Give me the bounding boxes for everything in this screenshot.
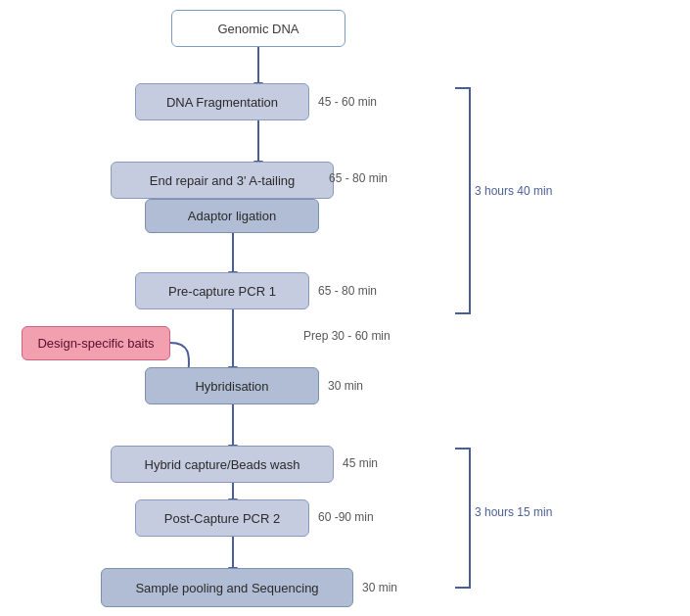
adaptor-ligation-box: Adaptor ligation [145, 199, 319, 233]
hybridisation-label: Hybridisation [195, 379, 268, 394]
time-label-8: 30 min [362, 581, 397, 594]
time-label-2: 65 - 80 min [329, 171, 388, 185]
arrow-7 [232, 537, 234, 568]
pre-capture-label: Pre-capture PCR 1 [168, 284, 276, 299]
arrow-2 [257, 120, 259, 162]
bracket-2-label: 3 hours 15 min [475, 505, 552, 519]
design-baits-label: Design-specific baits [37, 336, 154, 351]
adaptor-ligation-label: Adaptor ligation [188, 209, 276, 223]
end-repair-box: End repair and 3' A-tailing [111, 162, 334, 199]
sample-pooling-box: Sample pooling and Sequencing [101, 568, 353, 607]
post-capture-label: Post-Capture PCR 2 [164, 511, 281, 526]
arrow-5 [232, 404, 234, 446]
time-label-1: 45 - 60 min [318, 95, 377, 109]
bracket-1-label: 3 hours 40 min [475, 184, 552, 198]
time-label-3: 65 - 80 min [318, 284, 377, 298]
dna-fragmentation-box: DNA Fragmentation [135, 83, 309, 120]
arrow-1 [257, 47, 259, 83]
post-capture-box: Post-Capture PCR 2 [135, 499, 309, 537]
pre-capture-box: Pre-capture PCR 1 [135, 272, 309, 309]
time-label-5: 30 min [328, 379, 363, 393]
time-label-6: 45 min [343, 456, 378, 470]
arrow-4 [232, 309, 234, 367]
genomic-dna-box: Genomic DNA [171, 10, 345, 47]
workflow-diagram: Genomic DNA DNA Fragmentation 45 - 60 mi… [0, 0, 690, 616]
hybrid-capture-box: Hybrid capture/Beads wash [111, 446, 334, 483]
arrow-3 [232, 233, 234, 272]
end-repair-label: End repair and 3' A-tailing [150, 173, 295, 188]
arrow-6 [232, 483, 234, 499]
time-label-4: Prep 30 - 60 min [303, 329, 391, 343]
sample-pooling-label: Sample pooling and Sequencing [135, 581, 318, 595]
hybridisation-box: Hybridisation [145, 367, 319, 404]
dna-fragmentation-label: DNA Fragmentation [166, 95, 278, 110]
genomic-dna-label: Genomic DNA [217, 22, 299, 36]
hybrid-capture-label: Hybrid capture/Beads wash [145, 457, 300, 472]
design-baits-box: Design-specific baits [22, 326, 170, 360]
time-label-7: 60 -90 min [318, 510, 374, 524]
